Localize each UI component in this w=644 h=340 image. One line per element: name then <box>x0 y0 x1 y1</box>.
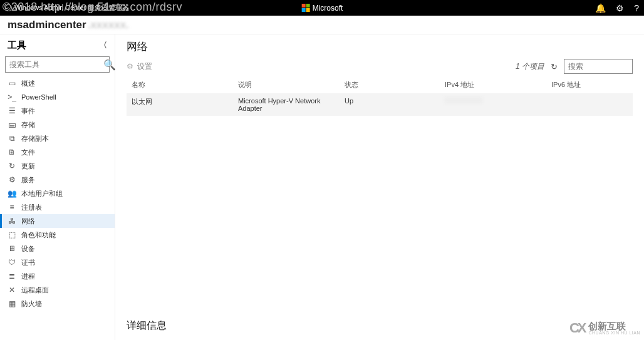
corner-logo-icon: CX <box>569 320 585 336</box>
sidebar: 工具 〈 🔍 ▭概述>_PowerShell☰事件🖴存储⧉存储副本🗎文件↻更新⚙… <box>0 34 115 340</box>
sidebar-search-input[interactable] <box>9 60 103 69</box>
sidebar-item-label: 更新 <box>21 162 35 171</box>
sidebar-item-icon: ⚙ <box>8 175 16 184</box>
grid-search[interactable]: 🔍 <box>564 59 633 74</box>
sidebar-item-icon: 🖥 <box>8 244 16 253</box>
sidebar-item-注册表[interactable]: ≡注册表 <box>0 200 115 214</box>
sidebar-item-网络[interactable]: 🖧网络 <box>0 214 115 228</box>
sidebar-item-label: 远程桌面 <box>21 286 49 295</box>
settings-icon[interactable]: ⚙ <box>616 3 624 13</box>
sidebar-item-文件[interactable]: 🗎文件 <box>0 145 115 159</box>
breadcrumb-blurred: .xxxxxx. <box>88 19 129 31</box>
sidebar-item-label: 进程 <box>21 272 35 281</box>
cell-status: Up <box>345 97 445 112</box>
sidebar-item-证书[interactable]: 🛡证书 <box>0 255 115 269</box>
notifications-icon[interactable]: 🔔 <box>595 3 606 13</box>
sidebar-item-设备[interactable]: 🖥设备 <box>0 242 115 255</box>
sidebar-item-角色和功能[interactable]: ⬚角色和功能 <box>0 228 115 242</box>
sidebar-item-label: 事件 <box>21 106 35 116</box>
main-content: 网络 ⚙ 设置 1 个项目 ↻ 🔍 名称 说明 状态 IPv4 地址 IPv6 … <box>115 34 644 340</box>
watermark-overlay: ©2018 http://blog.51cto.com/rdsrv <box>0 1 182 14</box>
sidebar-item-label: 文件 <box>21 148 35 157</box>
corner-cn: 创新互联 <box>588 321 640 331</box>
sidebar-item-存储[interactable]: 🖴存储 <box>0 118 115 131</box>
breadcrumb-host: msadmincenter <box>8 19 86 31</box>
grid-search-input[interactable] <box>568 62 644 71</box>
sidebar-item-PowerShell[interactable]: >_PowerShell <box>0 90 115 104</box>
col-desc[interactable]: 说明 <box>238 80 345 90</box>
sidebar-item-icon: >_ <box>8 93 16 101</box>
sidebar-item-icon: ▦ <box>8 299 16 308</box>
sidebar-item-icon: ↻ <box>8 162 16 170</box>
sidebar-item-icon: ≡ <box>8 203 16 212</box>
col-name[interactable]: 名称 <box>132 80 238 90</box>
item-count: 1 个项目 <box>516 61 544 72</box>
sidebar-item-概述[interactable]: ▭概述 <box>0 76 115 90</box>
cell-desc: Microsoft Hyper-V Network Adapter <box>238 97 345 112</box>
sidebar-search[interactable]: 🔍 <box>5 56 110 73</box>
sidebar-item-icon: 🖴 <box>8 120 16 129</box>
sidebar-item-icon: ▭ <box>8 79 16 88</box>
sidebar-item-icon: ≣ <box>8 272 16 281</box>
sidebar-item-label: 防火墙 <box>21 299 42 309</box>
sidebar-item-防火墙[interactable]: ▦防火墙 <box>0 297 115 311</box>
corner-en: CHUANG XIN HU LIAN <box>588 331 640 335</box>
sidebar-item-本地用户和组[interactable]: 👥本地用户和组 <box>0 187 115 200</box>
col-status[interactable]: 状态 <box>345 80 445 90</box>
settings-button[interactable]: 设置 <box>137 61 152 72</box>
sidebar-item-label: 存储 <box>21 120 35 130</box>
sidebar-item-远程桌面[interactable]: ✕远程桌面 <box>0 283 115 297</box>
sidebar-item-label: 网络 <box>21 217 35 226</box>
sidebar-item-存储副本[interactable]: ⧉存储副本 <box>0 131 115 145</box>
cell-ipv6 <box>551 97 628 112</box>
sidebar-item-icon: ✕ <box>8 286 16 294</box>
sidebar-item-更新[interactable]: ↻更新 <box>0 159 115 173</box>
refresh-icon[interactable]: ↻ <box>551 62 558 71</box>
brand-text: Microsoft <box>313 4 343 13</box>
sidebar-item-label: 服务 <box>21 175 35 185</box>
sidebar-item-label: 概述 <box>21 79 35 88</box>
sidebar-item-事件[interactable]: ☰事件 <box>0 104 115 118</box>
breadcrumb: msadmincenter .xxxxxx. <box>0 16 644 34</box>
sidebar-item-icon: 🖧 <box>8 217 16 225</box>
cell-name: 以太网 <box>132 97 238 112</box>
page-title: 网络 <box>127 39 633 54</box>
sidebar-item-服务[interactable]: ⚙服务 <box>0 173 115 187</box>
collapse-sidebar-icon[interactable]: 〈 <box>100 40 107 51</box>
table-row[interactable]: 以太网Microsoft Hyper-V Network AdapterUp <box>127 93 633 116</box>
sidebar-item-label: PowerShell <box>21 93 56 101</box>
sidebar-item-label: 本地用户和组 <box>21 189 63 198</box>
cell-ipv4 <box>445 97 551 112</box>
sidebar-item-icon: ⬚ <box>8 230 16 239</box>
help-icon[interactable]: ? <box>634 3 639 13</box>
sidebar-item-icon: 👥 <box>8 189 16 198</box>
sidebar-item-label: 证书 <box>21 258 35 267</box>
sidebar-item-icon: 🗎 <box>8 148 16 157</box>
sidebar-item-进程[interactable]: ≣进程 <box>0 269 115 283</box>
sidebar-item-label: 存储副本 <box>21 134 49 143</box>
sidebar-title: 工具 <box>8 39 26 51</box>
sidebar-item-label: 角色和功能 <box>21 230 56 240</box>
sidebar-item-icon: 🛡 <box>8 258 16 267</box>
sidebar-item-icon: ☰ <box>8 106 16 115</box>
details-title: 详细信息 <box>127 313 633 340</box>
col-ipv6[interactable]: IPv6 地址 <box>551 80 628 90</box>
search-icon[interactable]: 🔍 <box>103 59 116 71</box>
col-ipv4[interactable]: IPv4 地址 <box>445 80 551 90</box>
sidebar-item-label: 设备 <box>21 244 35 254</box>
topbar-brand: Microsoft <box>301 4 343 13</box>
gear-icon: ⚙ <box>127 62 133 71</box>
grid-header: 名称 说明 状态 IPv4 地址 IPv6 地址 <box>127 78 633 93</box>
sidebar-item-icon: ⧉ <box>8 134 16 143</box>
microsoft-logo-icon <box>301 4 310 13</box>
corner-watermark: CX 创新互联 CHUANG XIN HU LIAN <box>569 320 640 336</box>
sidebar-item-label: 注册表 <box>21 203 42 212</box>
